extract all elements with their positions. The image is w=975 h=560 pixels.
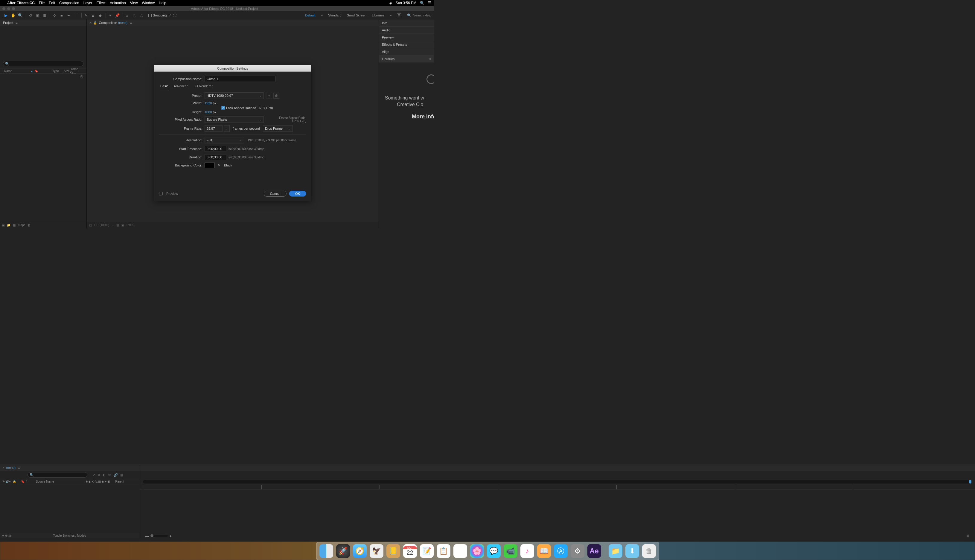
dropframe-select[interactable]: Drop Frame⌄ xyxy=(263,125,293,132)
right-panels: Info Audio Preview Effects & Presets Ali… xyxy=(379,20,434,228)
tab-align[interactable]: Align xyxy=(379,48,434,55)
zoom-select[interactable]: (100%) xyxy=(100,223,109,227)
eyedropper-icon[interactable]: ✎ xyxy=(218,163,221,167)
tab-basic[interactable]: Basic xyxy=(160,84,168,89)
dur-input[interactable] xyxy=(204,154,226,160)
fps-label: frames per second xyxy=(233,127,260,130)
view-axis-icon[interactable]: ◬ xyxy=(139,12,144,18)
interpret-icon[interactable]: ▣ xyxy=(2,223,5,227)
workspace-libraries[interactable]: Libraries xyxy=(372,13,384,17)
lock-aspect-checkbox[interactable]: ✓ xyxy=(221,106,225,110)
fr-dropdown[interactable]: ⌄ xyxy=(224,125,230,132)
project-search[interactable]: 🔍 xyxy=(3,61,84,66)
save-preset-icon[interactable]: ▾ xyxy=(266,93,272,98)
menu-edit[interactable]: Edit xyxy=(49,1,55,5)
app-name[interactable]: After Effects CC xyxy=(7,1,35,5)
traffic-min[interactable] xyxy=(7,7,10,10)
orbit-tool[interactable]: ⟲ xyxy=(27,12,33,18)
puppet-tool[interactable]: 📌 xyxy=(114,12,120,18)
panel-menu-icon[interactable]: ≡ xyxy=(130,21,132,25)
alpha-icon[interactable]: ▢ xyxy=(89,223,92,227)
project-tab[interactable]: Project≡ xyxy=(0,20,87,26)
comp-icon[interactable]: ▦ xyxy=(13,223,15,227)
fr-input[interactable]: 29.97 xyxy=(204,125,222,132)
tab-info[interactable]: Info xyxy=(379,20,434,27)
bg-label: Background Color: xyxy=(159,163,204,167)
libraries-more-info-link[interactable]: More info xyxy=(385,113,434,120)
ok-button[interactable]: OK xyxy=(289,191,306,197)
tab-audio[interactable]: Audio xyxy=(379,27,434,34)
menu-animation[interactable]: Animation xyxy=(110,1,125,5)
snapping-toggle[interactable]: Snapping ⤢ ⛶ xyxy=(148,13,176,17)
tab-preview[interactable]: Preview xyxy=(379,34,434,41)
folder-icon[interactable]: 📁 xyxy=(7,223,10,227)
traffic-close[interactable] xyxy=(2,7,5,10)
workspace-standard[interactable]: Standard xyxy=(328,13,341,17)
search-help[interactable]: 🔍 Search Help xyxy=(407,13,431,17)
bg-color-swatch[interactable] xyxy=(204,163,215,168)
snapping-checkbox[interactable] xyxy=(148,14,152,17)
hand-tool[interactable]: ✋ xyxy=(10,12,16,18)
height-value[interactable]: 1080 xyxy=(204,110,212,114)
zoom-tool[interactable]: 🔍 xyxy=(17,12,23,18)
panel-menu-icon[interactable]: ≡ xyxy=(15,21,17,25)
text-tool[interactable]: T xyxy=(73,12,79,18)
channel-icon[interactable]: ▣ xyxy=(121,223,124,227)
preset-select[interactable]: HDTV 1080 29.97⌄ xyxy=(204,92,264,99)
local-axis-icon[interactable]: ▲ xyxy=(124,12,130,18)
par-select[interactable]: Square Pixels⌄ xyxy=(204,116,264,123)
menu-list-icon[interactable]: ☰ xyxy=(428,1,431,5)
res-label: Resolution: xyxy=(159,138,204,142)
flowchart-icon[interactable]: ⛒ xyxy=(0,73,87,80)
eraser-tool[interactable]: ◆ xyxy=(97,12,103,18)
tab-effects[interactable]: Effects & Presets xyxy=(379,41,434,48)
spotlight-icon[interactable]: 🔍 xyxy=(420,1,425,5)
menubar-clock[interactable]: Sun 3:56 PM xyxy=(396,1,416,5)
tab-3d-renderer[interactable]: 3D Renderer xyxy=(194,84,212,89)
close-icon[interactable]: × xyxy=(90,21,92,25)
notification-icon[interactable]: ◈ xyxy=(390,1,392,5)
comp-name-input[interactable] xyxy=(204,76,276,82)
project-columns[interactable]: Name▴ 🔖 Type Size Frame Ra... xyxy=(0,68,87,73)
res-select[interactable]: Full⌄ xyxy=(204,137,244,143)
creative-cloud-icon xyxy=(426,74,434,84)
lock-icon[interactable]: 🔒 xyxy=(93,21,97,25)
menu-effect[interactable]: Effect xyxy=(97,1,105,5)
menu-view[interactable]: View xyxy=(130,1,138,5)
cancel-button[interactable]: Cancel xyxy=(264,191,286,197)
menu-layer[interactable]: Layer xyxy=(84,1,92,5)
trash-icon[interactable]: 🗑 xyxy=(27,223,30,227)
menu-help[interactable]: Help xyxy=(159,1,166,5)
roto-tool[interactable]: ✶ xyxy=(107,12,113,18)
libraries-error-line1: Something went w xyxy=(385,95,424,100)
preview-checkbox[interactable] xyxy=(159,192,163,195)
height-label: Height: xyxy=(159,110,204,114)
pen-tool[interactable]: ✒ xyxy=(66,12,72,18)
dialog-title: Composition Settings xyxy=(154,65,311,72)
camera-tool[interactable]: ▦ xyxy=(42,12,48,18)
workspace-small[interactable]: Small Screen xyxy=(347,13,366,17)
menu-file[interactable]: File xyxy=(39,1,45,5)
shape-tool[interactable]: ■ xyxy=(59,12,65,18)
stc-input[interactable] xyxy=(204,146,226,152)
composition-tab[interactable]: × 🔒 Composition (none) ≡ xyxy=(87,20,379,26)
rotate-tool[interactable]: ▣ xyxy=(34,12,40,18)
brush-tool[interactable]: ✎ xyxy=(83,12,89,18)
selection-tool[interactable]: ▶ xyxy=(3,12,9,18)
workspace-default[interactable]: Default xyxy=(305,13,316,17)
tab-advanced[interactable]: Advanced xyxy=(174,84,189,89)
res-icon[interactable]: ▦ xyxy=(116,223,119,227)
menu-composition[interactable]: Composition xyxy=(59,1,79,5)
menu-window[interactable]: Window xyxy=(142,1,155,5)
anchor-tool[interactable]: ⊹ xyxy=(52,12,57,18)
traffic-max[interactable] xyxy=(12,7,15,10)
world-axis-icon[interactable]: △ xyxy=(131,12,137,18)
display-icon[interactable]: 🖵 xyxy=(94,223,97,227)
time-display[interactable]: 0:00:... xyxy=(127,223,136,227)
bpc-button[interactable]: 8 bpc xyxy=(18,223,25,227)
width-value[interactable]: 1920 xyxy=(204,101,212,105)
tab-libraries[interactable]: Libraries ≡ xyxy=(379,55,434,62)
clone-tool[interactable]: ▲ xyxy=(90,12,96,18)
par-label: Pixel Aspect Ratio: xyxy=(159,118,204,121)
delete-preset-icon[interactable]: 🗑 xyxy=(273,93,279,98)
